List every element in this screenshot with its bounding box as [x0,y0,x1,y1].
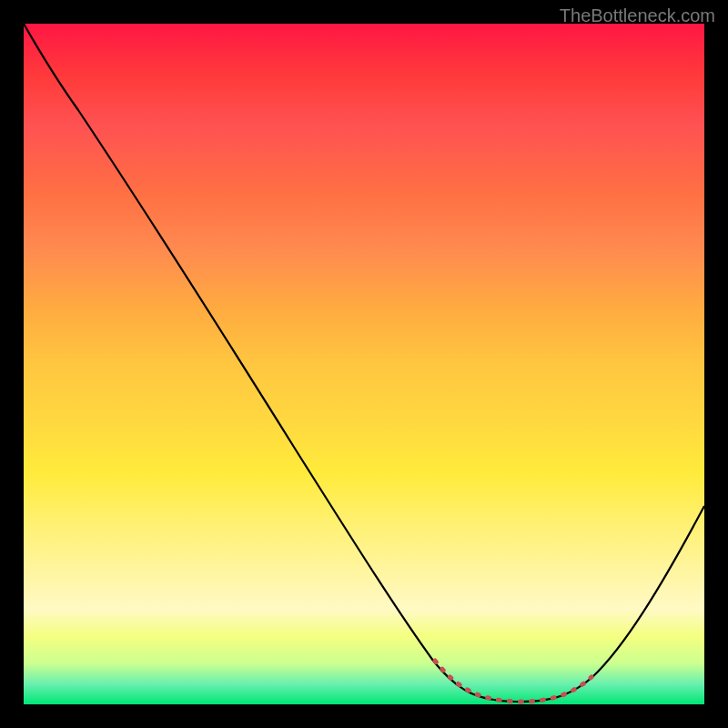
chart-area [24,24,704,704]
watermark-text: TheBottleneck.com [560,5,715,26]
bottleneck-curve [24,24,704,702]
curve-svg [24,24,704,704]
optimal-range-dots [435,661,592,702]
